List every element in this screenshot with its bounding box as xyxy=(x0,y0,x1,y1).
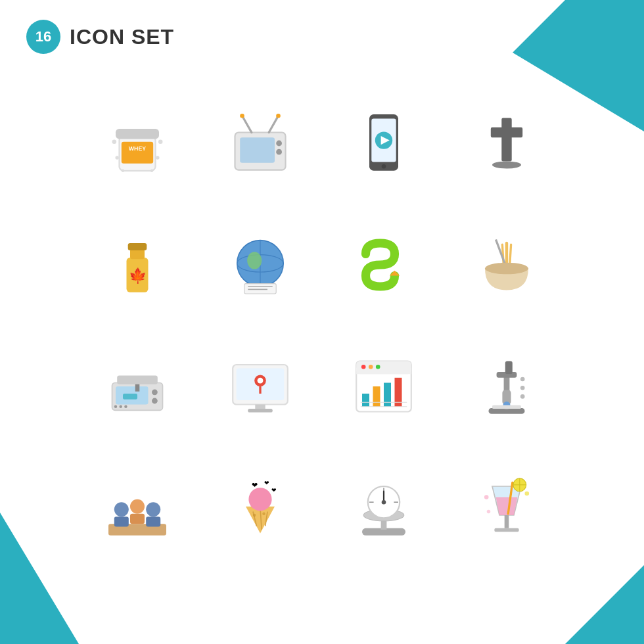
svg-rect-24 xyxy=(491,127,522,137)
icon-ice-cream[interactable]: ❤ ❤ ❤ xyxy=(202,450,319,565)
header: 16 ICON SET xyxy=(26,20,174,54)
svg-marker-109 xyxy=(496,497,518,515)
svg-rect-46 xyxy=(135,384,139,391)
svg-point-22 xyxy=(381,164,386,168)
icon-mobile-video[interactable] xyxy=(325,85,442,200)
svg-rect-84 xyxy=(114,517,129,526)
svg-point-64 xyxy=(369,365,373,369)
svg-rect-28 xyxy=(127,243,147,250)
svg-point-7 xyxy=(156,156,160,160)
svg-rect-45 xyxy=(117,375,158,384)
svg-point-5 xyxy=(158,139,163,144)
svg-point-117 xyxy=(525,491,530,495)
icon-microscope[interactable] xyxy=(449,329,566,444)
svg-point-6 xyxy=(115,156,119,160)
icon-cocktail[interactable] xyxy=(449,450,566,565)
svg-rect-88 xyxy=(146,517,160,526)
svg-point-50 xyxy=(114,405,117,407)
svg-rect-86 xyxy=(130,513,145,523)
icon-weighing-scale[interactable] xyxy=(325,450,442,565)
svg-rect-58 xyxy=(256,404,265,409)
svg-point-49 xyxy=(152,398,158,403)
svg-point-51 xyxy=(119,405,122,407)
svg-point-107 xyxy=(381,499,386,504)
svg-rect-59 xyxy=(248,409,273,413)
svg-point-56 xyxy=(258,377,264,383)
icon-location-monitor[interactable] xyxy=(202,329,319,444)
svg-point-63 xyxy=(361,365,366,369)
svg-point-52 xyxy=(124,405,127,407)
svg-line-13 xyxy=(269,116,278,132)
svg-point-83 xyxy=(114,502,129,517)
svg-rect-111 xyxy=(495,528,519,532)
page-title: ICON SET xyxy=(70,25,174,49)
svg-point-14 xyxy=(276,140,282,146)
svg-text:❤: ❤ xyxy=(252,481,258,489)
icon-whey-protein[interactable]: WHEY xyxy=(79,85,196,200)
icon-snake-game[interactable] xyxy=(325,207,442,322)
svg-text:❤: ❤ xyxy=(271,486,277,493)
svg-point-85 xyxy=(130,499,145,513)
svg-point-48 xyxy=(152,389,158,395)
icon-web-analytics[interactable] xyxy=(325,329,442,444)
svg-point-87 xyxy=(146,502,160,517)
svg-point-118 xyxy=(487,509,491,513)
icon-3d-printer[interactable] xyxy=(79,329,196,444)
svg-point-81 xyxy=(520,394,525,399)
svg-point-98 xyxy=(263,512,265,515)
svg-marker-37 xyxy=(390,270,400,275)
icon-count-badge: 16 xyxy=(26,20,60,54)
svg-rect-67 xyxy=(373,386,380,407)
svg-text:❤: ❤ xyxy=(264,479,269,486)
svg-point-17 xyxy=(276,113,281,118)
svg-rect-110 xyxy=(505,515,509,528)
svg-point-93 xyxy=(249,488,272,511)
svg-point-97 xyxy=(253,513,256,516)
svg-rect-1 xyxy=(116,129,159,139)
svg-point-9 xyxy=(150,169,153,172)
svg-point-4 xyxy=(112,139,116,144)
svg-point-33 xyxy=(247,252,262,269)
svg-point-16 xyxy=(240,113,244,118)
icon-grid: WHEY xyxy=(66,72,578,578)
icon-noodles[interactable] xyxy=(449,207,566,322)
icon-cross[interactable] xyxy=(449,85,566,200)
svg-text:🍁: 🍁 xyxy=(128,267,147,285)
svg-point-65 xyxy=(376,365,380,369)
svg-rect-78 xyxy=(492,405,521,409)
svg-point-25 xyxy=(492,161,521,168)
svg-point-15 xyxy=(276,149,282,154)
svg-rect-34 xyxy=(244,283,276,293)
icon-audience[interactable] xyxy=(79,450,196,565)
svg-rect-75 xyxy=(505,361,513,374)
svg-rect-68 xyxy=(384,382,391,406)
svg-point-42 xyxy=(485,262,528,274)
icon-maple-syrup[interactable]: 🍁 xyxy=(79,207,196,322)
svg-rect-47 xyxy=(123,394,137,400)
svg-rect-11 xyxy=(240,137,275,163)
svg-rect-66 xyxy=(362,394,369,407)
svg-point-116 xyxy=(484,495,489,499)
icon-world-news[interactable] xyxy=(202,207,319,322)
svg-text:WHEY: WHEY xyxy=(129,145,147,152)
svg-point-8 xyxy=(122,169,124,172)
svg-rect-27 xyxy=(130,248,145,258)
svg-point-79 xyxy=(520,377,525,381)
icon-retro-tv[interactable] xyxy=(202,85,319,200)
svg-rect-23 xyxy=(502,118,512,161)
svg-point-80 xyxy=(520,385,525,390)
svg-line-12 xyxy=(242,116,252,132)
